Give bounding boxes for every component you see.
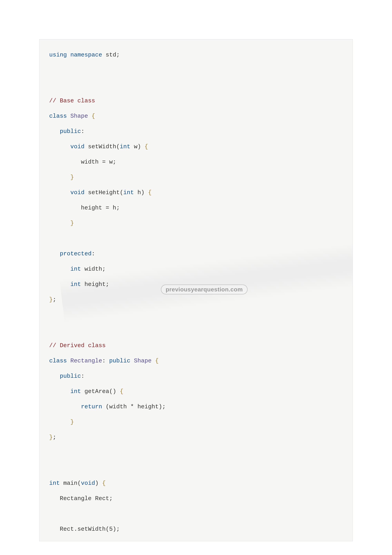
code-token: namespace xyxy=(70,51,102,58)
code-token: } xyxy=(49,296,53,303)
code-token: ( xyxy=(106,403,109,410)
code-token: public xyxy=(60,373,81,380)
code-token: setWidth xyxy=(78,526,106,533)
code-token: * xyxy=(130,403,134,410)
code-token: () xyxy=(109,388,116,395)
code-token: getArea xyxy=(85,388,109,395)
code-token: Rect xyxy=(95,495,109,502)
code-token: setWidth xyxy=(88,143,116,150)
code-token: height xyxy=(81,204,102,211)
code-token: void xyxy=(70,143,85,150)
code-token: { xyxy=(155,358,159,364)
code-token: h xyxy=(113,204,116,211)
code-token: = xyxy=(102,159,106,165)
code-token: h xyxy=(137,189,141,196)
code-content: using namespace std; // Base class class… xyxy=(49,47,345,541)
code-token: 5 xyxy=(109,526,113,533)
code-token: . xyxy=(74,541,78,541)
code-token: int xyxy=(70,266,81,272)
code-token: } xyxy=(49,434,53,441)
code-token: w xyxy=(109,159,113,165)
code-token: { xyxy=(144,143,148,150)
code-token: Rect xyxy=(60,541,74,541)
code-token: setHeight xyxy=(78,541,109,541)
code-token: : xyxy=(102,358,106,364)
code-token: int xyxy=(70,388,81,395)
code-token: Rectangle xyxy=(70,358,102,364)
page: previousyearquestion.com using namespace… xyxy=(0,0,392,555)
code-token: int xyxy=(123,189,134,196)
code-token: ; xyxy=(106,281,109,288)
code-token: height xyxy=(85,281,106,288)
code-token: height xyxy=(137,403,159,410)
code-token: } xyxy=(70,419,74,425)
code-comment: // Derived class xyxy=(49,342,106,349)
code-token: ( xyxy=(78,480,81,487)
code-token: : xyxy=(81,128,85,135)
code-token: width xyxy=(81,159,99,165)
code-token: width xyxy=(85,266,102,272)
code-comment: // Base class xyxy=(49,97,95,104)
code-token: ; xyxy=(120,541,123,541)
code-token: class xyxy=(49,358,67,364)
code-token: Shape xyxy=(134,358,151,364)
code-token: { xyxy=(148,189,151,196)
code-token: ; xyxy=(102,266,106,272)
code-token: ( xyxy=(120,189,123,196)
code-token: ; xyxy=(116,526,120,533)
code-token: w xyxy=(134,143,137,150)
code-token: . xyxy=(74,526,78,533)
code-token: ; xyxy=(116,51,120,58)
code-token: using xyxy=(49,51,67,58)
code-token: Shape xyxy=(70,113,88,119)
code-token: 7 xyxy=(113,541,116,541)
code-token: void xyxy=(81,480,95,487)
code-token: : xyxy=(81,373,85,380)
code-token: class xyxy=(49,113,67,119)
code-token: width xyxy=(109,403,127,410)
code-token: ; xyxy=(53,296,56,303)
code-token: { xyxy=(102,480,106,487)
code-token: public xyxy=(60,128,81,135)
code-token: return xyxy=(81,403,102,410)
code-token: ( xyxy=(106,526,109,533)
code-token: { xyxy=(120,388,123,395)
code-token: ) xyxy=(116,541,120,541)
code-token: ( xyxy=(116,143,120,150)
code-token: ( xyxy=(109,541,113,541)
code-token: ) xyxy=(159,403,162,410)
code-token: } xyxy=(70,174,74,181)
code-token: ) xyxy=(95,480,99,487)
code-token: ) xyxy=(113,526,116,533)
code-token: ) xyxy=(137,143,141,150)
code-token: : xyxy=(92,250,95,257)
code-block: previousyearquestion.com using namespace… xyxy=(39,39,353,541)
code-token: Rectangle xyxy=(60,495,92,502)
code-token: int xyxy=(49,480,60,487)
code-token: int xyxy=(120,143,130,150)
code-token: = xyxy=(106,204,109,211)
code-token: int xyxy=(70,281,81,288)
code-token: void xyxy=(70,189,85,196)
code-token: setHeight xyxy=(88,189,120,196)
code-token: protected xyxy=(60,250,92,257)
code-token: ; xyxy=(116,204,120,211)
code-token: public xyxy=(109,358,130,364)
code-token: ; xyxy=(113,159,116,165)
code-token: ; xyxy=(162,403,166,410)
code-token: Rect xyxy=(60,526,74,533)
code-token: main xyxy=(63,480,78,487)
code-token: } xyxy=(70,220,74,226)
code-token: std xyxy=(106,51,116,58)
code-token: { xyxy=(92,113,95,119)
code-token: ; xyxy=(53,434,56,441)
code-token: ) xyxy=(141,189,144,196)
code-token: ; xyxy=(109,495,113,502)
